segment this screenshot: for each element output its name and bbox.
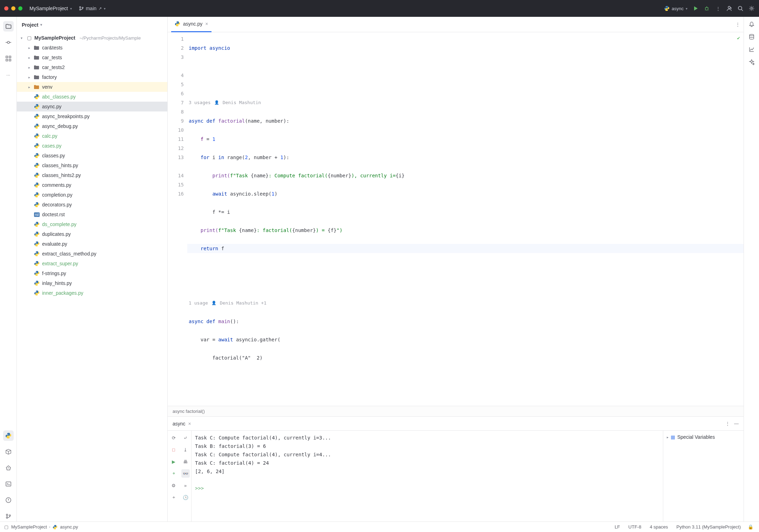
minimize-window-button[interactable] [11,6,15,11]
lock-icon[interactable]: 🔒 [746,524,755,530]
interpreter-widget[interactable]: Python 3.11 (MySampleProject) [673,524,744,530]
rerun-button[interactable]: ⟳ [169,434,178,442]
tree-file[interactable]: evaluate.py [17,239,167,249]
history-button[interactable]: 🕓 [181,493,190,502]
more-tool-button[interactable]: ··· [3,69,14,80]
rst-icon: rst [34,212,40,217]
tab-options-button[interactable]: ⋮ [736,22,740,27]
tree-file[interactable]: ds_complete.py [17,219,167,229]
tree-file[interactable]: classes_hints.py [17,161,167,170]
tree-file[interactable]: async.py [17,102,167,111]
tree-item-label: classes_hints2.py [42,172,81,178]
console-tab[interactable]: async × [173,421,191,427]
tree-file[interactable]: rstdoctest.rst [17,210,167,219]
tree-file[interactable]: async_debug.py [17,121,167,131]
tree-file[interactable]: comments.py [17,180,167,190]
svg-point-0 [79,7,81,8]
line-separator-widget[interactable]: LF [612,524,623,530]
scroll-to-end-button[interactable]: ⤓ [181,445,190,454]
tree-file[interactable]: extract_super.py [17,259,167,268]
search-icon[interactable] [737,5,744,12]
console-options-button[interactable]: ⋮ [725,421,730,426]
close-tab-button[interactable]: × [188,421,191,427]
notifications-button[interactable] [748,21,755,27]
console-prompt-line[interactable]: >>> [195,484,659,492]
services-tool-button[interactable] [3,463,14,473]
debug-button[interactable]: ⌖ [169,469,178,478]
tree-file[interactable]: cases.py [17,141,167,151]
structure-tool-button[interactable] [3,53,14,64]
tree-file[interactable]: completion.py [17,190,167,200]
run-button[interactable] [692,5,699,12]
soft-wrap-button[interactable]: ⤶ [181,434,190,442]
tree-file[interactable]: abc_classes.py [17,92,167,102]
special-variables-node[interactable]: ▸ ▦ Special Variables [667,434,740,440]
settings-icon[interactable] [748,5,755,12]
debug-button[interactable] [704,5,710,12]
tree-root[interactable]: ▾ ▢ MySampleProject ~/PycharmProjects/My… [17,33,167,43]
vcs-branch-widget[interactable]: main ↗ ▾ [79,6,106,11]
tree-folder[interactable]: ▸car&tests [17,43,167,53]
code-with-me-icon[interactable] [726,5,732,12]
indent-widget[interactable]: 4 spaces [647,524,671,530]
print-button[interactable]: 🖶 [181,457,190,466]
settings-button[interactable]: ⚙ [169,481,178,490]
close-window-button[interactable] [4,6,8,11]
minimize-panel-button[interactable]: — [734,421,739,426]
database-tool-button[interactable] [748,34,755,40]
encoding-widget[interactable]: UTF-8 [626,524,644,530]
tree-file[interactable]: f-strings.py [17,268,167,278]
tree-item-label: car&tests [42,45,62,50]
console-output[interactable]: Task C: Compute factorial(4), currently … [192,431,663,521]
project-panel-header[interactable]: Project ▾ [17,17,167,33]
project-selector[interactable]: MySampleProject ▾ [29,6,72,11]
variables-panel[interactable]: ▸ ▦ Special Variables [663,431,744,521]
python-icon [34,290,40,296]
packages-tool-button[interactable] [3,446,14,457]
tree-file[interactable]: calc.py [17,131,167,141]
browse-history-button[interactable]: » [181,481,190,490]
editor-tab[interactable]: async.py × [171,17,211,32]
add-button[interactable]: ＋ [169,493,178,502]
sciview-tool-button[interactable] [748,46,755,53]
tree-folder[interactable]: ▸car_tests2 [17,62,167,72]
tree-file[interactable]: duplicates.py [17,229,167,239]
python-icon [34,182,40,188]
tree-file[interactable]: inner_packages.py [17,288,167,298]
inlay-hint[interactable]: 3 usages👤Denis Mashutin [187,98,744,107]
code-content[interactable]: import asyncio 3 usages👤Denis Mashutin a… [187,32,744,406]
vcs-tool-button[interactable] [3,511,14,521]
run-button[interactable]: ▶ [169,457,178,466]
tree-file[interactable]: decorators.py [17,200,167,210]
close-tab-button[interactable]: × [205,21,208,27]
module-icon: ▢ [26,35,32,41]
tree-file[interactable]: extract_class_method.py [17,249,167,259]
maximize-window-button[interactable] [18,6,22,11]
breadcrumb-bar[interactable]: async factorial() [168,406,744,416]
tree-file[interactable]: classes.py [17,151,167,161]
tree-folder[interactable]: ▸car_tests [17,53,167,62]
python-console-tool-button[interactable] [3,430,14,441]
show-vars-button[interactable]: 👓 [181,469,190,478]
tree-folder-venv[interactable]: ▸ venv [17,82,167,92]
tree-file[interactable]: inlay_hints.py [17,278,167,288]
tree-folder[interactable]: ▸factory [17,72,167,82]
problems-tool-button[interactable] [3,495,14,505]
inlay-hint[interactable]: 1 usage👤Denis Mashutin +1 [187,299,744,308]
commit-tool-button[interactable] [3,37,14,48]
console-line: Task C: Compute factorial(4), currently … [195,450,659,459]
project-tool-button[interactable] [3,21,14,32]
tree-item-label: extract_class_method.py [42,251,96,257]
stop-button[interactable]: □ [169,445,178,454]
tree-file[interactable]: classes_hints2.py [17,170,167,180]
code-text: async [189,319,203,324]
navbar-breadcrumb[interactable]: MySampleProject › async.py [11,524,78,530]
terminal-tool-button[interactable] [3,479,14,489]
code-editor[interactable]: ✔ 123 45678910111213 141516 import async… [168,32,744,406]
tree-file[interactable]: async_breakpoints.py [17,111,167,121]
more-actions-button[interactable]: ⋮ [715,5,721,12]
svg-rect-11 [9,56,11,58]
run-config-selector[interactable]: async ▾ [664,6,687,11]
ai-assistant-button[interactable] [748,59,755,65]
python-icon [34,251,40,257]
